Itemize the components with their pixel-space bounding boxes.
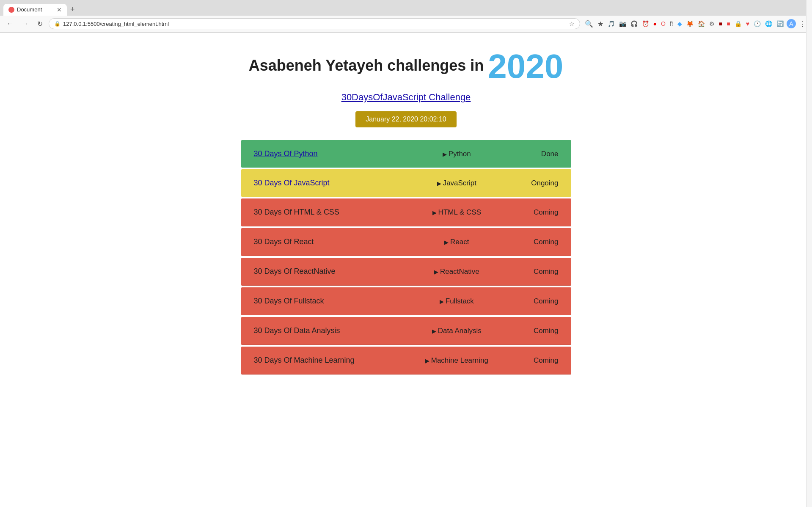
main-title-text: Asabeneh Yetayeh challenges in	[249, 57, 484, 74]
forward-button[interactable]: →	[19, 19, 31, 28]
challenge-row: 30 Days Of ReactReactComing	[241, 228, 571, 256]
bookmark-icon[interactable]: ★	[596, 19, 605, 29]
ext-icon-12[interactable]: ■	[718, 19, 724, 28]
ext-icon-5[interactable]: ●	[652, 19, 658, 28]
scrollbar[interactable]	[806, 0, 812, 507]
tab-favicon	[8, 7, 14, 13]
tab-close-button[interactable]: ✕	[57, 6, 62, 13]
challenge-status: Coming	[525, 297, 559, 306]
back-button[interactable]: ←	[4, 19, 16, 28]
ext-icon-4[interactable]: ⏰	[641, 19, 650, 28]
challenge-tech: Fullstack	[389, 297, 525, 306]
url-text: 127.0.0.1:5500/creating_html_element.htm…	[63, 21, 567, 27]
challenge-status: Coming	[525, 356, 559, 365]
challenge-status: Coming	[525, 327, 559, 335]
challenge-row: 30 Days Of HTML & CSSHTML & CSSComing	[241, 198, 571, 226]
challenge-tech: Machine Learning	[389, 356, 525, 365]
nav-bar: ← → ↻ 🔒 127.0.0.1:5500/creating_html_ele…	[0, 16, 812, 32]
challenge-row: 30 Days Of Machine LearningMachine Learn…	[241, 347, 571, 375]
tab-title: Document	[17, 6, 42, 13]
challenge-title-link[interactable]: 30 Days Of JavaScript	[254, 179, 330, 187]
challenge-title: 30 Days Of ReactNative	[254, 267, 389, 276]
tab-bar: Document ✕ +	[0, 0, 812, 16]
ext-icon-9[interactable]: 🦊	[685, 19, 695, 28]
new-tab-button[interactable]: +	[67, 3, 78, 16]
challenges-container: 30 Days Of PythonPythonDone30 Days Of Ja…	[241, 140, 571, 376]
browser-tab[interactable]: Document ✕	[3, 4, 67, 16]
reload-button[interactable]: ↻	[35, 19, 45, 29]
challenge-title: 30 Days Of Data Analysis	[254, 326, 389, 335]
page-content: Asabeneh Yetayeh challenges in 2020 30Da…	[0, 33, 812, 402]
ext-icon-15[interactable]: ♥	[745, 19, 751, 28]
challenge-status: Coming	[525, 208, 559, 217]
ext-icon-17[interactable]: 🌐	[764, 19, 773, 28]
challenge-title: 30 Days Of HTML & CSS	[254, 208, 389, 217]
ext-icon-6[interactable]: O	[660, 19, 667, 28]
challenge-tech: React	[389, 238, 525, 246]
ext-icon-14[interactable]: 🔒	[733, 19, 743, 28]
year-text: 2020	[488, 47, 563, 85]
challenge-tech: Python	[389, 150, 525, 158]
ext-icon-13[interactable]: ■	[725, 19, 731, 28]
challenge-title[interactable]: 30 Days Of Python	[254, 149, 389, 158]
challenge-row: 30 Days Of JavaScriptJavaScriptOngoing	[241, 169, 571, 197]
ext-icon-18[interactable]: 🔄	[775, 19, 785, 28]
challenge-title: 30 Days Of Machine Learning	[254, 356, 389, 365]
ext-icon-2[interactable]: 📷	[618, 19, 628, 28]
challenge-tech: HTML & CSS	[389, 208, 525, 217]
challenge-row: 30 Days Of PythonPythonDone	[241, 140, 571, 168]
challenge-status: Coming	[525, 267, 559, 276]
ext-icon-8[interactable]: ◆	[676, 19, 683, 28]
ext-icon-11[interactable]: ⚙	[708, 19, 716, 28]
ext-icon-10[interactable]: 🏠	[696, 19, 706, 28]
challenge-title-link[interactable]: 30 Days Of Python	[254, 149, 318, 158]
lock-icon: 🔒	[54, 21, 61, 27]
challenge-status: Ongoing	[525, 179, 559, 187]
ext-icon-16[interactable]: 🕐	[752, 19, 762, 28]
challenge-title[interactable]: 30 Days Of JavaScript	[254, 179, 389, 187]
challenge-tech: JavaScript	[389, 179, 525, 187]
challenge-status: Done	[525, 150, 559, 158]
challenge-tech: Data Analysis	[389, 327, 525, 335]
challenge-row: 30 Days Of Data AnalysisData AnalysisCom…	[241, 317, 571, 345]
ext-icon-7[interactable]: f!	[669, 19, 674, 28]
challenge-link[interactable]: 30DaysOfJavaScript Challenge	[341, 92, 471, 103]
challenge-title: 30 Days Of Fullstack	[254, 297, 389, 306]
star-icon[interactable]: ☆	[569, 20, 575, 27]
challenge-status: Coming	[525, 238, 559, 246]
challenge-row: 30 Days Of ReactNativeReactNativeComing	[241, 258, 571, 286]
datetime-badge: January 22, 2020 20:02:10	[355, 111, 456, 127]
challenge-tech: ReactNative	[389, 267, 525, 276]
challenge-title: 30 Days Of React	[254, 237, 389, 246]
ext-icon-1[interactable]: 🎵	[606, 19, 616, 28]
ext-icon-3[interactable]: 🎧	[629, 19, 639, 28]
main-title: Asabeneh Yetayeh challenges in 2020	[249, 50, 564, 83]
toolbar-icons: 🔍 ★ 🎵 📷 🎧 ⏰ ● O f! ◆ 🦊 🏠 ⚙ ■ ■ 🔒 ♥ 🕐 🌐 🔄…	[584, 18, 808, 29]
zoom-icon[interactable]: 🔍	[584, 19, 595, 29]
browser-chrome: Document ✕ + ← → ↻ 🔒 127.0.0.1:5500/crea…	[0, 0, 812, 33]
challenge-row: 30 Days Of FullstackFullstackComing	[241, 287, 571, 315]
address-bar[interactable]: 🔒 127.0.0.1:5500/creating_html_element.h…	[49, 18, 580, 29]
profile-icon[interactable]: A	[787, 19, 796, 28]
